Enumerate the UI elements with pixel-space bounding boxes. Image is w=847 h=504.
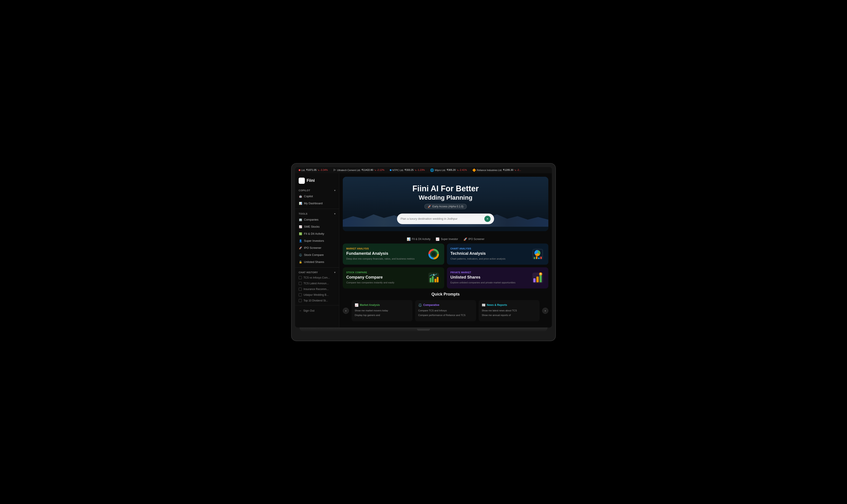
sidebar: 🛡 Fiini Copilot ▾ 🤖 Copilot 📊 My Dashboa… — [295, 173, 339, 327]
quick-link-super-investor[interactable]: 📈 Super Investor — [436, 237, 458, 241]
ticker-flag: 🏳 — [333, 168, 336, 172]
divider — [295, 209, 339, 209]
card-technical-analysis[interactable]: Chart Analysis Technical Analysis Chart … — [447, 244, 548, 265]
prompt-item[interactable]: Show me market movers today — [355, 309, 409, 312]
compare-icon: ⚖️ — [418, 303, 422, 307]
sidebar-item-stock-compare[interactable]: ⚖️ Stock Compare — [295, 251, 339, 258]
prompt-item[interactable]: Compare performance of Reliance and TCS — [418, 313, 473, 317]
carousel-next-button[interactable]: › — [542, 308, 548, 314]
card-left: Private Market Unlisted Shares Explore u… — [450, 271, 531, 284]
card-desc: Explore unlisted companies and private m… — [450, 281, 531, 284]
ipo-icon: 🚀 — [299, 246, 302, 250]
card-unlisted-shares[interactable]: Private Market Unlisted Shares Explore u… — [447, 267, 548, 288]
card-icon — [531, 247, 545, 261]
ticker-change: ↘ -2.41% — [456, 168, 467, 172]
chat-history-item[interactable]: TCS Latest Announ... — [295, 281, 339, 286]
svg-text:₹: ₹ — [540, 273, 541, 275]
prompt-category-label: Market Analysis — [360, 304, 380, 307]
sign-out-button[interactable]: → Sign Out — [295, 307, 339, 314]
ticker-item: 🏳 Ultratech Cement Ltd. ₹11422.80 ↘ -2.1… — [333, 168, 384, 172]
prompt-item[interactable]: Show me annual reports of — [482, 313, 536, 317]
prompt-card-news: 📰 News & Reports Show me latest news abo… — [479, 300, 539, 322]
feature-cards-grid: Market Analysis Fundamental Analysis Dee… — [339, 244, 552, 292]
card-company-compare[interactable]: Stock Compare Company Compare Compare tw… — [343, 267, 444, 288]
svg-rect-7 — [540, 257, 542, 259]
ticker-item: NTPC Ltd. ₹333.25 ↘ -1.23% — [390, 168, 425, 172]
section-chevron: ▾ — [334, 271, 336, 274]
ticker-flag: 🌐 — [430, 168, 434, 172]
sidebar-item-label: Stock Compare — [304, 253, 324, 256]
section-chevron: ▾ — [334, 213, 336, 215]
quick-prompts-title: Quick Prompts — [343, 292, 548, 296]
ticker-change: ↘ -3.34% — [317, 168, 328, 172]
ipo-link-icon: 🚀 — [463, 237, 467, 241]
chat-history-label: Top 10 Dividend St... — [304, 299, 328, 302]
chat-history-item[interactable]: TCS vs Infosys Com... — [295, 275, 339, 281]
prompt-category-header: ⚖️ Comparative — [418, 303, 473, 307]
chat-icon — [299, 282, 302, 285]
card-title: Company Compare — [346, 275, 427, 280]
prompt-category-header: 📈 Market Analysis — [355, 303, 409, 307]
card-tag: Stock Compare — [346, 271, 427, 274]
quick-link-ipo[interactable]: 🚀 IPO Screener — [463, 237, 485, 241]
ticker-dot — [390, 169, 392, 171]
hero-content: Fiini AI For Better Wedding Planning 🚀 E… — [397, 184, 494, 224]
quick-links: 📊 FII & DII Activity 📈 Super Investor 🚀 … — [339, 235, 552, 244]
sidebar-item-label: IPO Screener — [304, 246, 322, 250]
sidebar-item-fii-dii[interactable]: 💹 FII & DII Activity — [295, 230, 339, 237]
quick-link-fii[interactable]: 📊 FII & DII Activity — [407, 237, 431, 241]
copilot-icon: 🤖 — [299, 195, 302, 198]
news-icon: 📰 — [482, 303, 485, 307]
svg-rect-15 — [533, 278, 536, 282]
chat-history-item[interactable]: Top 10 Dividend St... — [295, 298, 339, 304]
sidebar-section-history: Chat History ▾ — [295, 269, 339, 275]
card-title: Technical Analysis — [450, 251, 531, 256]
prompt-item[interactable]: Display top gainers and — [355, 313, 409, 317]
card-tag: Chart Analysis — [450, 248, 531, 250]
sidebar-item-companies[interactable]: 🏢 Companies — [295, 216, 339, 223]
hero-section: Fiini AI For Better Wedding Planning 🚀 E… — [343, 177, 548, 231]
companies-icon: 🏢 — [299, 218, 302, 221]
card-fundamental-analysis[interactable]: Market Analysis Fundamental Analysis Dee… — [343, 244, 444, 265]
sidebar-item-ipo[interactable]: 🚀 IPO Screener — [295, 245, 339, 251]
svg-rect-17 — [539, 275, 542, 282]
quick-link-label: IPO Screener — [468, 237, 485, 241]
hero-subtitle: Wedding Planning — [397, 194, 494, 201]
badge-icon: 🚀 — [428, 205, 431, 208]
market-icon: 📈 — [355, 303, 359, 307]
card-desc: Deep dive into company financials, ratio… — [346, 257, 427, 260]
sidebar-item-dashboard[interactable]: 📊 My Dashboard — [295, 200, 339, 207]
svg-rect-9 — [430, 278, 431, 282]
sidebar-item-super-investors[interactable]: 👤 Super Investors — [295, 237, 339, 245]
sidebar-item-copilot[interactable]: 🤖 Copilot — [295, 193, 339, 200]
ticker-price: ₹1071.05 — [306, 168, 316, 172]
svg-rect-16 — [536, 276, 539, 282]
sidebar-section-copilot: Copilot ▾ — [295, 187, 339, 193]
chat-icon — [299, 276, 302, 279]
card-icon: ₹ — [531, 271, 545, 285]
prompt-item[interactable]: Compare TCS and Infosys — [418, 309, 473, 312]
hero-title: Fiini AI For Better — [397, 184, 494, 193]
hero-search-bar[interactable]: + — [397, 214, 494, 224]
chat-history-label: Insurance Recomm... — [304, 288, 329, 291]
svg-rect-10 — [432, 276, 434, 282]
sidebar-item-unlisted[interactable]: 🔓 Unlisted Shares — [295, 258, 339, 266]
card-desc: Chart patterns, indicators, and price ac… — [450, 257, 531, 260]
ticker-change: ↘ -1.23% — [414, 168, 425, 172]
prompt-card-market: 📈 Market Analysis Show me market movers … — [351, 300, 413, 322]
chat-history-item[interactable]: Udaipur Wedding B... — [295, 292, 339, 298]
prompt-item[interactable]: Show me latest news about TCS — [482, 309, 536, 312]
fii-icon: 💹 — [299, 232, 302, 236]
ticker-item: 🔶 Reliance Industries Ltd. ₹1205.30 ↘ -2… — [472, 168, 521, 172]
dashboard-icon: 📊 — [299, 202, 302, 205]
laptop-base — [299, 327, 548, 332]
chat-history-item[interactable]: Insurance Recomm... — [295, 286, 339, 292]
laptop-notch — [417, 329, 430, 330]
ticker-name: Wipro Ltd. — [435, 169, 446, 172]
sidebar-item-sme-stocks[interactable]: 📈 SME Stocks — [295, 223, 339, 230]
card-tag: Private Market — [450, 271, 531, 274]
ticker-item: 🌐 Wipro Ltd. ₹305.20 ↘ -2.41% — [430, 168, 467, 172]
hero-search-button[interactable]: + — [484, 216, 490, 222]
hero-search-input[interactable] — [401, 217, 483, 220]
carousel-prev-button[interactable]: ‹ — [343, 308, 349, 314]
